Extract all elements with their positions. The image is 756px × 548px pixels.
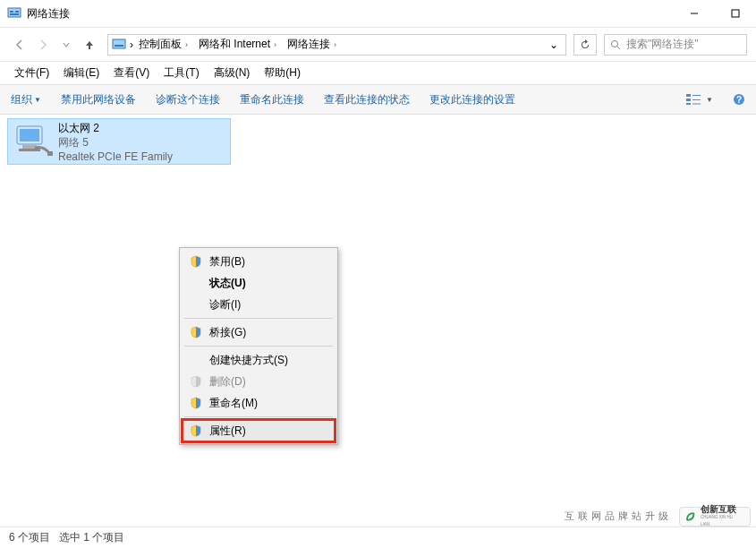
context-menu: 禁用(B) 状态(U) 诊断(I) 桥接(G) 创建快捷方式(S) 删除(D) … [179,247,338,445]
breadcrumb[interactable]: › 控制面板› 网络和 Internet› 网络连接› ⌄ [107,34,566,56]
ctx-status[interactable]: 状态(U) [183,272,335,294]
svg-line-9 [617,47,620,49]
menubar: 文件(F) 编辑(E) 查看(V) 工具(T) 高级(N) 帮助(H) [0,61,756,84]
view-options-button[interactable]: ▼ [686,93,713,106]
content-area: 以太网 2 网络 5 Realtek PCIe FE Family 禁用(B) … [0,115,756,527]
up-button[interactable] [79,34,100,56]
cmd-disable-device[interactable]: 禁用此网络设备 [61,92,136,107]
svg-rect-1 [10,11,13,13]
ctx-bridge[interactable]: 桥接(G) [183,321,335,343]
menu-view[interactable]: 查看(V) [108,64,155,82]
ctx-rename[interactable]: 重命名(M) [183,392,335,414]
svg-rect-3 [10,13,19,15]
adapter-name: 以太网 2 [58,121,173,135]
menu-advanced[interactable]: 高级(N) [208,64,256,82]
svg-rect-7 [115,45,123,47]
window-icon [7,6,21,21]
ctx-delete: 删除(D) [183,371,335,392]
maximize-button[interactable] [715,0,756,27]
menu-help[interactable]: 帮助(H) [259,64,306,82]
cmd-diagnose[interactable]: 诊断这个连接 [156,92,220,107]
status-bar: 6 个项目 选中 1 个项目 [0,527,756,548]
svg-rect-2 [15,11,19,13]
svg-rect-11 [686,98,691,101]
history-dropdown-button[interactable]: ⌄ [546,39,562,51]
watermark-logo-icon [684,509,697,524]
status-selected-count: 选中 1 个项目 [59,530,124,545]
search-icon [610,39,621,50]
watermark-logo: 创新互联 CHUANG XIN HU LIAN [679,507,751,527]
recent-locations-button[interactable] [55,34,77,56]
breadcrumb-network-connections[interactable]: 网络连接› [282,35,342,55]
svg-rect-20 [22,145,37,149]
adapter-status: 网络 5 [58,135,173,150]
breadcrumb-control-panel[interactable]: 控制面板› [133,35,193,55]
svg-rect-19 [20,129,39,141]
separator [184,318,333,319]
separator [184,346,333,347]
back-button[interactable] [9,34,30,56]
chevron-right-icon[interactable]: › [274,40,276,49]
svg-rect-21 [19,149,40,151]
command-bar: 组织▼ 禁用此网络设备 诊断这个连接 重命名此连接 查看此连接的状态 更改此连接… [0,84,756,115]
forward-button[interactable] [32,34,54,56]
status-item-count: 6 个项目 [9,530,50,545]
chevron-right-icon[interactable]: › [185,40,188,49]
shield-icon [190,375,202,388]
organize-button[interactable]: 组织▼ [11,92,41,107]
network-icon [112,38,126,52]
svg-rect-22 [47,151,53,156]
address-bar: › 控制面板› 网络和 Internet› 网络连接› ⌄ 搜索"网络连接" [0,27,756,61]
separator [184,416,333,417]
cmd-view-status[interactable]: 查看此连接的状态 [324,92,410,107]
minimize-button[interactable] [674,0,715,27]
breadcrumb-network-internet[interactable]: 网络和 Internet› [193,35,282,55]
watermark-text: 互联网品牌站升级 [0,509,675,523]
svg-rect-10 [686,94,691,97]
adapter-item[interactable]: 以太网 2 网络 5 Realtek PCIe FE Family [7,118,231,165]
search-placeholder: 搜索"网络连接" [626,37,699,52]
ctx-disable[interactable]: 禁用(B) [183,251,335,272]
menu-edit[interactable]: 编辑(E) [58,64,105,82]
svg-point-8 [612,40,618,47]
window-title: 网络连接 [27,6,674,21]
shield-icon [190,397,202,409]
menu-tools[interactable]: 工具(T) [158,64,204,82]
chevron-right-icon[interactable]: › [334,40,336,49]
cmd-change-settings[interactable]: 更改此连接的设置 [429,92,515,107]
shield-icon [190,326,202,338]
svg-rect-6 [113,39,125,48]
adapter-device: Realtek PCIe FE Family [58,150,173,164]
help-button[interactable]: ? [733,93,745,106]
svg-rect-12 [686,103,691,105]
titlebar: 网络连接 [0,0,756,27]
shield-icon [190,255,202,268]
ctx-properties[interactable]: 属性(R) [183,420,335,441]
ctx-diagnose[interactable]: 诊断(I) [183,294,335,315]
ctx-create-shortcut[interactable]: 创建快捷方式(S) [183,349,335,371]
svg-rect-5 [732,10,739,17]
refresh-button[interactable] [573,34,597,56]
menu-file[interactable]: 文件(F) [9,64,55,82]
cmd-rename[interactable]: 重命名此连接 [240,92,304,107]
ethernet-adapter-icon [13,121,53,160]
shield-icon [190,424,202,437]
svg-text:?: ? [736,95,742,105]
search-input[interactable]: 搜索"网络连接" [604,34,747,56]
